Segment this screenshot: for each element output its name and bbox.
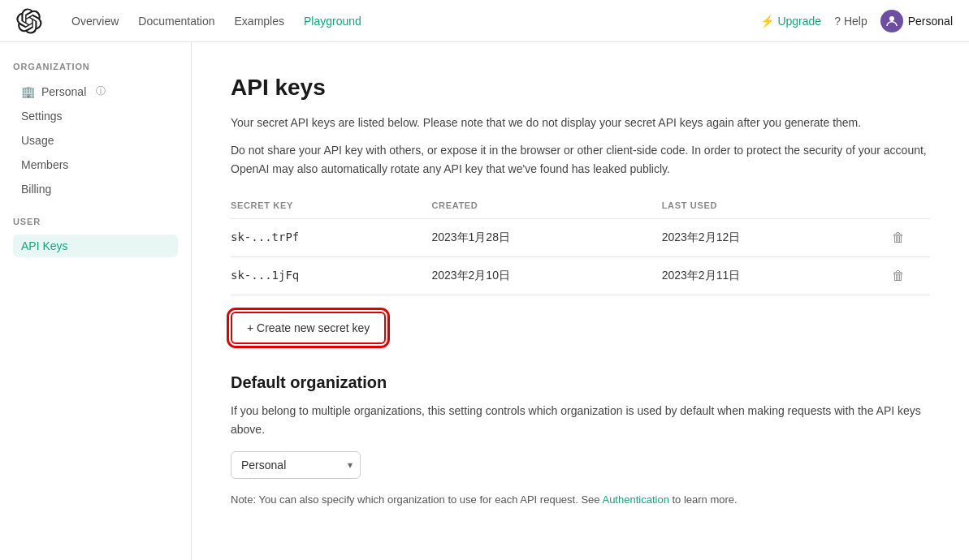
org-section: ORGANIZATION 🏢 Personal ⓘ Settings Usage… (13, 62, 178, 200)
topnav-right: ⚡ Upgrade ? Help Personal (760, 10, 953, 32)
org-section-label: ORGANIZATION (13, 62, 178, 71)
table-row: sk-...1jFq 2023年2月10日 2023年2月11日 🗑 (231, 257, 930, 295)
sidebar: ORGANIZATION 🏢 Personal ⓘ Settings Usage… (0, 42, 192, 560)
table-row: sk-...trPf 2023年1月28日 2023年2月12日 🗑 (231, 219, 930, 257)
sidebar-item-billing[interactable]: Billing (13, 178, 178, 200)
main-content: API keys Your secret API keys are listed… (192, 42, 969, 560)
nav-overview[interactable]: Overview (71, 11, 119, 31)
nav-documentation[interactable]: Documentation (138, 11, 214, 31)
delete-icon[interactable]: 🗑 (892, 230, 905, 244)
page-title: API keys (231, 75, 930, 101)
sidebar-item-settings[interactable]: Settings (13, 105, 178, 127)
info-icon[interactable]: ⓘ (96, 84, 106, 98)
sidebar-item-usage[interactable]: Usage (13, 129, 178, 152)
create-btn-wrap: + Create new secret key (231, 312, 930, 344)
note-text: Note: You can also specify which organiz… (231, 492, 930, 509)
col-last-used: LAST USED (662, 200, 892, 219)
api-keys-table: SECRET KEY CREATED LAST USED sk-...trPf … (231, 200, 930, 295)
delete-cell[interactable]: 🗑 (892, 257, 930, 295)
description-1: Your secret API keys are listed below. P… (231, 114, 930, 131)
upgrade-button[interactable]: ⚡ Upgrade (760, 15, 821, 28)
user-section-label: USER (13, 217, 178, 226)
key-cell: sk-...trPf (231, 219, 431, 257)
col-secret-key: SECRET KEY (231, 200, 431, 219)
default-org-desc: If you belong to multiple organizations,… (231, 402, 930, 438)
building-icon: 🏢 (21, 85, 35, 98)
sidebar-item-api-keys[interactable]: API Keys (13, 235, 178, 257)
topnav-links: Overview Documentation Examples Playgrou… (71, 11, 738, 31)
topnav: Overview Documentation Examples Playgrou… (0, 0, 969, 42)
lightning-icon: ⚡ (760, 15, 774, 28)
help-button[interactable]: ? Help (834, 15, 867, 28)
key-cell: sk-...1jFq (231, 257, 431, 295)
default-org-title: Default organization (231, 373, 930, 392)
sidebar-item-personal[interactable]: 🏢 Personal ⓘ (13, 80, 178, 103)
logo[interactable] (16, 8, 49, 34)
layout: ORGANIZATION 🏢 Personal ⓘ Settings Usage… (0, 42, 969, 560)
last-used-cell: 2023年2月11日 (662, 257, 892, 295)
description-2: Do not share your API key with others, o… (231, 141, 930, 178)
delete-icon[interactable]: 🗑 (892, 269, 905, 282)
delete-cell[interactable]: 🗑 (892, 219, 930, 257)
help-icon: ? (834, 15, 841, 28)
nav-examples[interactable]: Examples (235, 11, 284, 31)
org-select-wrap: Personal Personal ▾ (231, 451, 361, 479)
note-prefix: Note: You can also specify which organiz… (231, 493, 602, 506)
nav-playground[interactable]: Playground (304, 11, 361, 31)
create-new-secret-key-button[interactable]: + Create new secret key (231, 312, 386, 344)
note-suffix: to learn more. (669, 493, 738, 506)
svg-point-0 (889, 16, 894, 21)
created-cell: 2023年1月28日 (431, 219, 661, 257)
user-section: USER API Keys (13, 217, 178, 257)
last-used-cell: 2023年2月12日 (662, 219, 892, 257)
authentication-link[interactable]: Authentication (602, 493, 668, 506)
sidebar-item-members[interactable]: Members (13, 153, 178, 176)
created-cell: 2023年2月10日 (431, 257, 661, 295)
org-select[interactable]: Personal Personal (231, 451, 361, 479)
avatar (880, 10, 903, 32)
col-created: CREATED (431, 200, 661, 219)
personal-menu[interactable]: Personal (880, 10, 953, 32)
